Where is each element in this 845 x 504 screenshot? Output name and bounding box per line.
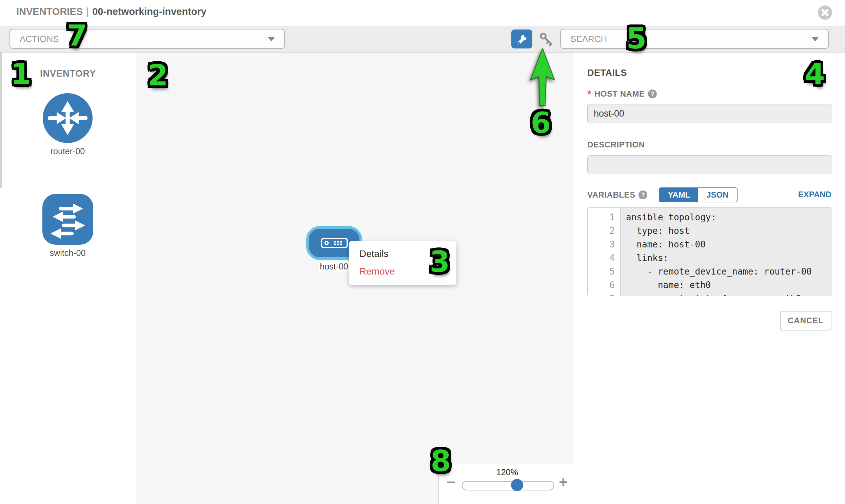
code-text: links: — [620, 251, 668, 265]
code-line: 3 name: host-00 — [588, 238, 832, 251]
code-text: type: host — [620, 224, 690, 238]
description-input[interactable] — [587, 155, 832, 174]
context-menu-item-remove[interactable]: Remove — [349, 262, 456, 281]
code-text: remote_interface_name: eth0 — [620, 292, 801, 296]
line-number: 3 — [588, 238, 620, 251]
inventory-topology-screen: INVENTORIES|00-networking-inventory ACTI… — [0, 0, 845, 504]
host-icon — [321, 238, 348, 248]
key-legend-button[interactable] — [538, 31, 556, 47]
key-icon — [538, 31, 556, 47]
line-number: 1 — [588, 211, 620, 224]
wrench-icon — [515, 33, 528, 46]
code-text: name: host-00 — [620, 238, 706, 251]
actions-dropdown[interactable]: ACTIONS — [10, 29, 285, 49]
sidebar-item-switch[interactable]: switch-00 — [0, 194, 135, 258]
line-number: 2 — [588, 224, 620, 238]
required-asterisk: * — [587, 88, 591, 99]
page-header: INVENTORIES|00-networking-inventory — [0, 0, 845, 26]
breadcrumb: INVENTORIES|00-networking-inventory — [16, 6, 207, 17]
code-text: - remote_device_name: router-00 — [620, 265, 812, 278]
code-text: ansible_topology: — [620, 211, 716, 224]
code-line: 1ansible_topology: — [588, 211, 832, 224]
variables-label: VARIABLES — [587, 190, 635, 200]
toggle-yaml-button[interactable]: YAML — [659, 188, 698, 202]
tools-button[interactable] — [511, 30, 532, 49]
breadcrumb-section: INVENTORIES — [16, 6, 83, 17]
breadcrumb-divider: | — [86, 6, 89, 17]
close-icon — [818, 5, 832, 20]
switch-icon — [42, 194, 93, 245]
chevron-down-icon — [268, 37, 275, 41]
zoom-control-panel: 120% − + — [438, 464, 574, 504]
code-lines: 1ansible_topology: 2 type: host 3 name: … — [588, 211, 832, 296]
line-number: 7 — [588, 292, 620, 296]
sidebar-item-router[interactable]: router-00 — [0, 93, 135, 156]
context-menu: Details Remove — [349, 241, 456, 285]
details-panel: DETAILS * HOST NAME ? DESCRIPTION VARIAB… — [574, 53, 845, 504]
host-name-input[interactable] — [587, 104, 832, 123]
sidebar-title: INVENTORY — [40, 69, 96, 79]
help-question-icon[interactable]: ? — [638, 191, 647, 199]
line-number: 4 — [588, 251, 620, 265]
help-question-icon[interactable]: ? — [648, 89, 657, 98]
actions-dropdown-label: ACTIONS — [20, 34, 59, 44]
host-name-label: HOST NAME — [594, 89, 645, 98]
inventory-sidebar: INVENTORY router-00 — [0, 53, 135, 504]
code-line: 7 remote_interface_name: eth0 — [588, 292, 832, 296]
sidebar-item-label: switch-00 — [0, 248, 135, 258]
zoom-in-button[interactable]: + — [559, 474, 568, 490]
breadcrumb-inventory-name: 00-networking-inventory — [92, 6, 207, 17]
host-node-label: host-00 — [319, 261, 349, 272]
details-panel-title: DETAILS — [587, 68, 627, 78]
zoom-level-value: 120% — [462, 467, 553, 477]
line-number: 6 — [588, 278, 620, 292]
variables-row: VARIABLES ? YAML JSON — [587, 187, 738, 202]
context-menu-item-details[interactable]: Details — [349, 245, 456, 263]
description-label: DESCRIPTION — [587, 140, 645, 149]
code-line: 6 name: eth0 — [588, 278, 832, 292]
zoom-slider-thumb[interactable] — [511, 479, 523, 491]
topology-toolbar: ACTIONS SEARCH — [0, 26, 845, 53]
code-line: 5 - remote_device_name: router-00 — [588, 265, 832, 278]
topology-canvas[interactable]: host-00 Details Remove 120% − + — [136, 53, 574, 504]
cancel-button[interactable]: CANCEL — [780, 311, 831, 330]
close-button[interactable] — [818, 5, 832, 20]
line-number: 5 — [588, 265, 620, 278]
code-text: name: eth0 — [620, 278, 711, 292]
host-name-label-row: * HOST NAME ? — [587, 88, 657, 99]
zoom-slider-track[interactable] — [462, 481, 554, 490]
search-dropdown-label: SEARCH — [570, 34, 607, 44]
variables-format-toggle: YAML JSON — [659, 187, 737, 202]
code-line: 2 type: host — [588, 224, 832, 238]
description-label-row: DESCRIPTION — [587, 140, 645, 149]
expand-link[interactable]: EXPAND — [798, 190, 831, 199]
toggle-json-button[interactable]: JSON — [698, 188, 737, 202]
variables-code-editor[interactable]: 1ansible_topology: 2 type: host 3 name: … — [587, 208, 832, 296]
sidebar-item-label: router-00 — [0, 146, 135, 156]
search-dropdown[interactable]: SEARCH — [560, 29, 829, 49]
zoom-out-button[interactable]: − — [446, 474, 456, 490]
router-icon — [43, 93, 92, 143]
code-line: 4 links: — [588, 251, 832, 265]
chevron-down-icon — [812, 37, 818, 41]
